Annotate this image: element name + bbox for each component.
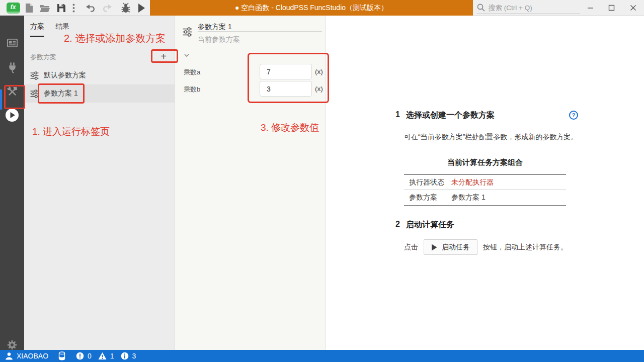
open-folder-icon — [40, 4, 50, 12]
redo-button[interactable] — [100, 0, 113, 16]
sidebar-item-plugins[interactable] — [0, 55, 24, 79]
scheme-item-default[interactable]: 默认参数方案 — [24, 66, 175, 84]
close-button[interactable] — [624, 0, 641, 16]
step1-title: 选择或创建一个参数方案 — [406, 110, 495, 121]
play-icon — [431, 244, 437, 251]
collapse-chevron-down-icon[interactable] — [183, 51, 191, 59]
overview-panel-icon — [7, 38, 18, 48]
param-label-a: 乘数a — [184, 68, 200, 77]
more-actions-button[interactable] — [69, 0, 77, 16]
status-bar: XIAOBAO 0 1 3 — [0, 350, 644, 362]
step2-prefix-text: 点击 — [404, 243, 418, 252]
sidebar-item-run[interactable] — [0, 103, 24, 127]
scheme-item-label: 参数方案 1 — [44, 89, 78, 98]
window-title: ● 空白函数 - CloudPSS FuncStudio（测试版本） — [235, 4, 388, 13]
user-icon — [5, 352, 13, 360]
app-logo: fx — [6, 0, 21, 16]
problems-indicator[interactable]: 0 1 3 — [76, 350, 136, 362]
param-input-b[interactable] — [260, 81, 312, 97]
step1-heading: 1 选择或创建一个参数方案 — [395, 110, 495, 121]
executor-status-label: 执行器状态 — [404, 178, 446, 187]
step2-number: 2 — [395, 220, 400, 230]
activity-bar — [0, 16, 24, 350]
current-scheme-subtitle: 当前参数方案 — [198, 35, 240, 44]
tab-result[interactable]: 结果 — [55, 22, 69, 37]
help-icon[interactable]: ? — [569, 111, 578, 120]
param-unit-b: (x) — [315, 85, 323, 93]
database-icon — [58, 351, 65, 360]
sliders-icon — [183, 27, 192, 37]
save-icon — [57, 4, 66, 13]
search-icon — [477, 4, 485, 12]
titlebar-title-area: ● 空白函数 - CloudPSS FuncStudio（测试版本） — [150, 0, 473, 16]
minimize-icon — [587, 5, 594, 11]
param-label-b: 乘数b — [184, 85, 200, 94]
add-scheme-button[interactable]: + — [156, 49, 171, 63]
new-file-icon — [25, 3, 33, 13]
search-box[interactable] — [477, 2, 580, 14]
kebab-menu-icon — [72, 4, 75, 13]
run-tab-icon — [5, 108, 19, 122]
new-file-button[interactable] — [23, 0, 35, 16]
warning-count: 1 — [110, 352, 114, 360]
redo-icon — [102, 4, 112, 12]
open-file-button[interactable] — [38, 0, 51, 16]
current-scheme-panel: 参数方案 1 当前参数方案 乘数a (x) 乘数b (x) — [175, 16, 326, 350]
step1-description: 可在“当前参数方案”栏处配置参数，形成新的参数方案。 — [404, 133, 578, 142]
param-unit-a: (x) — [315, 68, 323, 75]
username: XIAOBAO — [17, 352, 48, 360]
bug-icon — [120, 3, 131, 14]
param-input-a[interactable] — [260, 64, 312, 79]
tab-scheme[interactable]: 方案 — [30, 22, 44, 37]
executor-status-value: 未分配执行器 — [446, 178, 494, 187]
undo-button[interactable] — [84, 0, 97, 16]
maximize-button[interactable] — [603, 0, 620, 16]
run-play-icon — [138, 4, 145, 13]
step1-number: 1 — [395, 110, 400, 121]
app-window: fx ● 空白函数 - CloudPSS FuncStudio（测试版本） — [0, 0, 644, 362]
param-scheme-value: 参数方案 1 — [446, 193, 486, 202]
error-icon — [76, 352, 84, 360]
header-divider — [198, 31, 322, 32]
info-icon — [121, 352, 129, 360]
table-row: 执行器状态 未分配执行器 — [404, 174, 566, 190]
sliders-icon — [30, 71, 39, 80]
close-icon — [630, 5, 636, 11]
scheme-item-1[interactable]: 参数方案 1 — [24, 84, 175, 103]
error-count: 0 — [88, 352, 92, 360]
step2-heading: 2 启动计算任务 — [395, 220, 454, 230]
run-button[interactable] — [135, 0, 148, 16]
fx-logo-icon: fx — [7, 3, 20, 14]
minimize-button[interactable] — [582, 0, 599, 16]
task-table-title: 当前计算任务方案组合 — [404, 158, 566, 174]
maximize-icon — [608, 5, 615, 11]
scheme-section-label: 参数方案 — [30, 53, 56, 62]
sidebar-item-overview[interactable] — [0, 31, 24, 55]
search-input[interactable] — [489, 4, 580, 12]
tools-icon — [7, 86, 18, 98]
debug-button[interactable] — [119, 0, 133, 16]
titlebar: fx ● 空白函数 - CloudPSS FuncStudio（测试版本） — [0, 0, 644, 16]
sidebar-item-build[interactable] — [0, 79, 24, 104]
step2-title: 启动计算任务 — [406, 220, 454, 230]
user-account-button[interactable]: XIAOBAO — [5, 350, 48, 362]
scheme-section-header: 参数方案 + — [24, 49, 175, 64]
start-task-button[interactable]: 启动任务 — [424, 239, 477, 255]
step2-suffix-text: 按钮，启动上述计算任务。 — [483, 243, 568, 252]
step2-instruction: 点击 启动任务 按钮，启动上述计算任务。 — [404, 239, 568, 255]
scheme-tabs: 方案 结果 — [30, 22, 69, 37]
warning-icon — [98, 352, 107, 360]
plug-icon — [7, 62, 18, 73]
executor-resource-button[interactable] — [58, 350, 65, 362]
scheme-panel: 方案 结果 参数方案 + 默认参数方案 参数方案 1 — [24, 16, 175, 350]
table-row: 参数方案 参数方案 1 — [404, 190, 566, 206]
undo-icon — [86, 4, 96, 12]
scheme-item-label: 默认参数方案 — [44, 71, 86, 80]
start-task-label: 启动任务 — [442, 243, 470, 252]
save-button[interactable] — [55, 0, 67, 16]
info-count: 3 — [132, 352, 136, 360]
task-combination-table: 当前计算任务方案组合 执行器状态 未分配执行器 参数方案 参数方案 1 — [404, 158, 566, 206]
active-tab-indicator — [0, 89, 2, 110]
sliders-icon — [30, 89, 39, 98]
gear-icon — [7, 339, 18, 350]
